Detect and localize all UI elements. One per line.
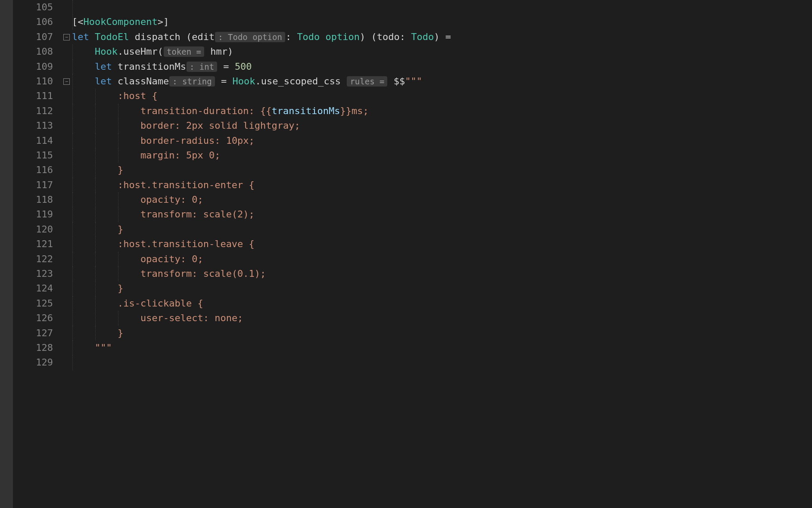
code-line-content: opacity: 0; <box>72 254 203 264</box>
line-number: 113 <box>13 118 53 133</box>
code-line[interactable]: let transitionMs: int = 500 <box>72 59 812 74</box>
code-line-content: Hook.useHmr(token = hmr) <box>72 46 233 57</box>
code-line-content: transform: scale(0.1); <box>72 268 266 279</box>
inlay-hint: : string <box>169 76 215 87</box>
code-line[interactable]: :host.transition-enter { <box>72 178 812 192</box>
line-number: 123 <box>13 266 53 281</box>
code-line-content: let transitionMs: int = 500 <box>72 61 252 72</box>
code-line[interactable]: margin: 5px 0; <box>72 148 812 163</box>
code-line-content: .is-clickable { <box>72 298 203 309</box>
code-line[interactable]: transform: scale(2); <box>72 207 812 222</box>
line-number: 129 <box>13 355 53 370</box>
code-line-content: opacity: 0; <box>72 194 203 205</box>
code-line-content: [<HookComponent>] <box>72 16 169 27</box>
editor-left-margin <box>0 0 13 508</box>
line-number: 121 <box>13 237 53 251</box>
fold-toggle-icon[interactable]: − <box>63 78 70 85</box>
inlay-hint: token = <box>164 46 204 57</box>
line-number: 119 <box>13 207 53 222</box>
code-line[interactable]: } <box>72 163 812 177</box>
code-line-content: """ <box>72 342 112 353</box>
code-line-content: border-radius: 10px; <box>72 135 255 146</box>
line-number: 114 <box>13 133 53 148</box>
line-number: 110 <box>13 74 53 89</box>
code-line[interactable] <box>72 0 812 15</box>
line-number: 124 <box>13 281 53 296</box>
code-line-content: let className: string = Hook.use_scoped_… <box>72 76 422 87</box>
code-line-content: } <box>72 328 123 338</box>
code-line[interactable]: border-radius: 10px; <box>72 133 812 148</box>
line-number: 116 <box>13 163 53 177</box>
code-line-content: :host.transition-enter { <box>72 180 255 190</box>
code-line-content: margin: 5px 0; <box>72 150 220 161</box>
code-line[interactable]: :host { <box>72 89 812 103</box>
code-line-content: transition-duration: {{transitionMs}}ms; <box>72 105 369 116</box>
inlay-hint: rules = <box>347 76 387 87</box>
line-number: 108 <box>13 44 53 59</box>
code-line[interactable]: opacity: 0; <box>72 192 812 207</box>
code-line[interactable]: let className: string = Hook.use_scoped_… <box>72 74 812 89</box>
code-editor[interactable]: 1051061071081091101111121131141151161171… <box>0 0 812 508</box>
code-line-content: } <box>72 283 123 294</box>
inlay-hint: : Todo option <box>215 32 285 42</box>
code-line[interactable]: transform: scale(0.1); <box>72 266 812 281</box>
code-line-content: } <box>72 224 123 235</box>
fold-toggle-icon[interactable]: − <box>63 34 70 40</box>
code-line-content: :host.transition-leave { <box>72 239 255 249</box>
code-line-content: transform: scale(2); <box>72 209 255 220</box>
code-line-content: border: 2px solid lightgray; <box>72 120 300 131</box>
line-number: 125 <box>13 296 53 311</box>
code-line-content: :host { <box>72 90 158 101</box>
code-line[interactable]: transition-duration: {{transitionMs}}ms; <box>72 104 812 118</box>
code-line[interactable]: } <box>72 281 812 296</box>
line-number: 111 <box>13 89 53 103</box>
code-line[interactable]: } <box>72 222 812 237</box>
line-number: 127 <box>13 326 53 341</box>
line-number: 109 <box>13 59 53 74</box>
code-line[interactable] <box>72 355 812 370</box>
line-number: 128 <box>13 341 53 355</box>
code-line[interactable]: [<HookComponent>] <box>72 15 812 29</box>
line-number: 117 <box>13 178 53 192</box>
code-line[interactable]: border: 2px solid lightgray; <box>72 118 812 133</box>
code-line[interactable]: :host.transition-leave { <box>72 237 812 251</box>
code-line[interactable]: user-select: none; <box>72 311 812 325</box>
code-line-content: } <box>72 164 123 175</box>
line-number: 107 <box>13 30 53 44</box>
inlay-hint: : int <box>187 62 217 72</box>
line-number: 112 <box>13 104 53 118</box>
line-number: 120 <box>13 222 53 237</box>
code-line[interactable]: Hook.useHmr(token = hmr) <box>72 44 812 59</box>
code-line[interactable]: let TodoEl dispatch (edit: Todo option: … <box>72 30 812 44</box>
fold-column: −− <box>62 0 72 508</box>
line-number: 118 <box>13 192 53 207</box>
code-line[interactable]: } <box>72 326 812 341</box>
line-number: 105 <box>13 0 53 15</box>
line-number: 115 <box>13 148 53 163</box>
code-area[interactable]: [<HookComponent>]let TodoEl dispatch (ed… <box>72 0 812 508</box>
line-number: 126 <box>13 311 53 325</box>
code-line[interactable]: opacity: 0; <box>72 252 812 266</box>
code-line[interactable]: .is-clickable { <box>72 296 812 311</box>
code-line-content: user-select: none; <box>72 313 243 323</box>
line-number: 122 <box>13 252 53 266</box>
line-number-gutter: 1051061071081091101111121131141151161171… <box>13 0 62 508</box>
code-line[interactable]: """ <box>72 341 812 355</box>
line-number: 106 <box>13 15 53 29</box>
code-line-content: let TodoEl dispatch (edit: Todo option: … <box>72 31 451 42</box>
